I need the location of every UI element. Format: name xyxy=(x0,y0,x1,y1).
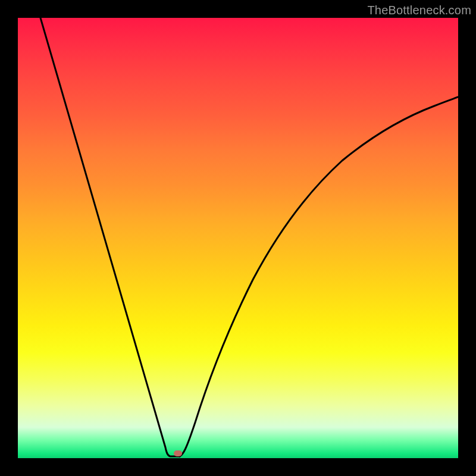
plot-area xyxy=(18,18,458,458)
curve-svg xyxy=(18,18,458,458)
watermark-text: TheBottleneck.com xyxy=(367,4,471,17)
curve-right-path xyxy=(180,97,458,456)
chart-frame: TheBottleneck.com xyxy=(0,0,476,476)
curve-left-path xyxy=(40,18,180,456)
minimum-marker xyxy=(174,450,182,456)
